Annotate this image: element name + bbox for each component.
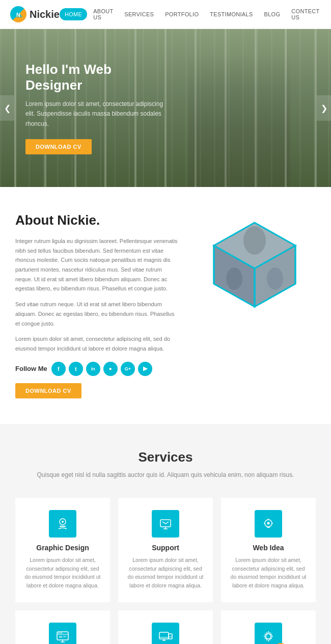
- responsive-icon: [152, 623, 179, 644]
- svg-rect-27: [59, 636, 62, 638]
- svg-rect-29: [63, 637, 65, 638]
- svg-rect-13: [60, 526, 66, 527]
- web-idea-desc: Lorem ipsum dolor sit amet, consectetur …: [229, 556, 308, 590]
- svg-point-6: [226, 267, 242, 290]
- linkedin-icon[interactable]: in: [86, 362, 100, 376]
- cube-image: [194, 212, 316, 325]
- svg-rect-32: [159, 632, 169, 639]
- follow-row: Follow Me f t in ● G+ ▶: [15, 362, 178, 376]
- logo-text: Nickie: [30, 9, 60, 20]
- svg-point-26: [61, 632, 62, 633]
- about-section: About Nickie. Integer rutrum ligula eu d…: [0, 187, 331, 424]
- nav-services[interactable]: SERVICES: [119, 8, 159, 20]
- web-dev-icon: [49, 623, 76, 644]
- svg-rect-28: [63, 636, 66, 637]
- web-idea-icon: [255, 510, 282, 538]
- service-card-web-dev: Web Development Lorem ipsum dolor sit am…: [15, 610, 110, 644]
- hero-content: Hello I'm Web Designer Lorem ipsum dolor…: [0, 41, 194, 175]
- navbar: N Nickie HOME ABOUT US SERVICES PORTFOLI…: [0, 0, 331, 29]
- nav-portfolio[interactable]: PORTFOLIO: [160, 8, 204, 20]
- logo-icon: N: [10, 6, 26, 22]
- service-card-responsive: Responsive Design Lorem ipsum dolor sit …: [118, 610, 213, 644]
- twitter-icon[interactable]: t: [69, 362, 83, 376]
- nav-home[interactable]: HOME: [60, 8, 87, 20]
- nav-testimonials[interactable]: TESTIMONIALS: [205, 8, 258, 20]
- services-section: Services Quisque eget nisl id nulla sagi…: [0, 424, 331, 644]
- facebook-icon[interactable]: f: [51, 362, 66, 376]
- youtube-icon[interactable]: ▶: [138, 362, 152, 376]
- about-para-1: Integer rutrum ligula eu dignissim laore…: [15, 236, 178, 293]
- social-icons: f t in ● G+ ▶: [51, 362, 152, 376]
- graphic-design-name: Graphic Design: [23, 544, 102, 552]
- graphic-design-icon: [49, 510, 76, 538]
- service-card-support: Support Lorem ipsum dolor sit amet, cons…: [118, 498, 213, 602]
- left-arrow-icon: ❮: [4, 103, 11, 113]
- google-plus-icon[interactable]: G+: [121, 362, 135, 376]
- cube-svg: [194, 212, 316, 325]
- hero-download-cv-button[interactable]: DOWNLOAD CV: [25, 139, 92, 154]
- graphic-design-desc: Lorem ipsum dolor sit amet, consectetur …: [23, 556, 102, 590]
- hero-prev-button[interactable]: ❮: [0, 95, 14, 121]
- follow-label: Follow Me: [15, 365, 47, 372]
- support-name: Support: [126, 544, 205, 552]
- instagram-icon[interactable]: ●: [103, 362, 118, 376]
- svg-rect-14: [160, 520, 171, 527]
- svg-point-21: [267, 522, 270, 524]
- svg-point-7: [267, 267, 283, 290]
- logo: N Nickie: [10, 6, 60, 22]
- services-subtitle: Quisque eget nisl id nulla sagittis auct…: [15, 470, 316, 480]
- svg-point-24: [58, 632, 59, 633]
- service-card-web-idea: Web Idea Lorem ipsum dolor sit amet, con…: [221, 498, 316, 602]
- web-idea-name: Web Idea: [229, 544, 308, 552]
- nav-blog[interactable]: BLOG: [259, 8, 286, 20]
- about-title: About Nickie.: [15, 212, 178, 228]
- right-arrow-icon: ❯: [321, 103, 327, 113]
- hero-title: Hello I'm Web Designer: [25, 62, 168, 93]
- about-para-2: Sed vitae rutrum neque. Ut id erat sit a…: [15, 300, 178, 328]
- svg-point-5: [243, 226, 266, 255]
- svg-point-25: [60, 632, 61, 633]
- support-icon: [152, 510, 179, 538]
- service-card-graphic-design: Graphic Design Lorem ipsum dolor sit ame…: [15, 498, 110, 602]
- hero-next-button[interactable]: ❯: [317, 95, 331, 121]
- nav-contact[interactable]: CONTECT US: [286, 5, 324, 23]
- about-download-cv-button[interactable]: DOWNLOAD CV: [15, 383, 81, 398]
- about-para-3: Lorem ipsum dolor sit amet, consectetur …: [15, 334, 178, 353]
- nav-about[interactable]: ABOUT US: [88, 5, 118, 23]
- nav-links: HOME ABOUT US SERVICES PORTFOLIO TESTIMO…: [60, 5, 324, 23]
- settings-badge-icon: 👤: [255, 623, 282, 644]
- hero-section: ❮ Hello I'm Web Designer Lorem ipsum dol…: [0, 29, 331, 187]
- about-right: [194, 212, 316, 325]
- services-title: Services: [15, 449, 316, 465]
- svg-rect-33: [169, 634, 172, 639]
- hero-description: Lorem ipsum dolor sit amet, consectetur …: [25, 99, 168, 129]
- services-grid: Graphic Design Lorem ipsum dolor sit ame…: [15, 498, 316, 644]
- svg-text:N: N: [16, 12, 20, 18]
- svg-point-12: [62, 521, 64, 523]
- service-card-extra: 👤: [221, 610, 316, 644]
- about-left: About Nickie. Integer rutrum ligula eu d…: [15, 212, 178, 398]
- support-desc: Lorem ipsum dolor sit amet, consectetur …: [126, 556, 205, 590]
